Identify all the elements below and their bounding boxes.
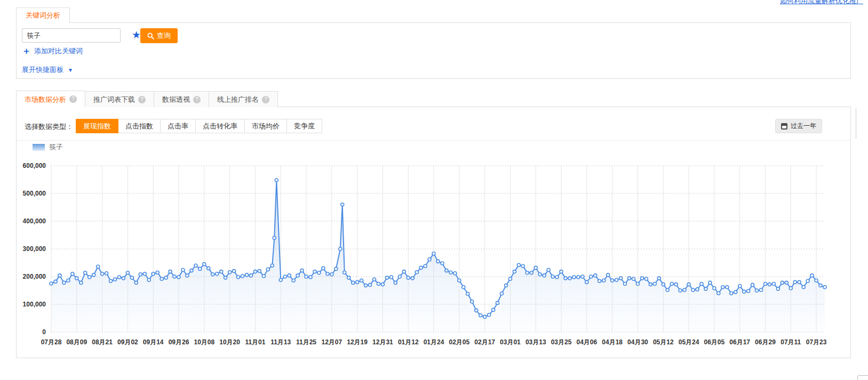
data-point-marker <box>505 284 508 287</box>
data-point-marker <box>768 283 771 286</box>
data-type-button-点击指数[interactable]: 点击指数 <box>118 119 161 133</box>
x-tick-label: 11月25 <box>296 338 316 346</box>
data-point-marker <box>500 292 504 295</box>
favorite-star-icon[interactable]: ★ <box>132 28 141 43</box>
x-tick-label: 03月25 <box>551 338 572 346</box>
data-point-marker <box>555 276 559 279</box>
data-point-marker <box>352 281 355 284</box>
data-point-marker <box>462 286 465 289</box>
data-point-marker <box>730 292 733 295</box>
keyword-input[interactable] <box>22 28 121 43</box>
data-point-marker <box>394 281 397 284</box>
tab-keyword-analysis[interactable]: 关键词分析 <box>16 7 70 23</box>
x-tick-label: 07月28 <box>41 338 62 346</box>
help-icon[interactable]: ? <box>193 96 201 103</box>
data-point-marker <box>335 267 338 270</box>
data-point-marker <box>704 287 707 290</box>
data-point-marker <box>134 281 138 284</box>
x-tick-label: 09月02 <box>117 338 138 346</box>
data-point-marker <box>211 273 214 276</box>
data-point-marker <box>139 273 142 276</box>
y-tick-label: 300,000 <box>23 245 46 253</box>
help-icon[interactable]: ? <box>138 96 146 103</box>
expand-quick-panel-link[interactable]: 展开快捷面板 ▼ <box>22 65 73 75</box>
tab-市场数据分析[interactable]: 市场数据分析? <box>16 91 85 107</box>
data-point-marker <box>649 283 652 286</box>
data-point-marker <box>341 203 344 206</box>
date-range-button[interactable]: 过去一年 <box>775 119 822 133</box>
data-point-marker <box>598 279 601 282</box>
data-point-marker <box>198 267 202 270</box>
date-range-label: 过去一年 <box>791 122 816 131</box>
data-point-marker <box>611 279 614 282</box>
data-point-marker <box>309 276 312 279</box>
data-point-marker <box>789 287 792 290</box>
data-point-marker <box>190 269 193 272</box>
data-type-button-group: 展现指数点击指数点击率点击转化率市场均价竞争度 <box>76 119 322 133</box>
data-type-button-竞争度[interactable]: 竞争度 <box>286 119 322 133</box>
query-button[interactable]: 查询 <box>140 28 178 43</box>
data-point-marker <box>564 277 567 280</box>
data-point-marker <box>560 270 563 273</box>
x-tick-label: 09月26 <box>169 338 189 346</box>
x-tick-label: 08月21 <box>92 338 113 346</box>
data-point-marker <box>534 266 537 269</box>
data-point-marker <box>88 276 91 279</box>
data-point-marker <box>415 271 418 274</box>
data-point-marker <box>296 274 299 277</box>
data-point-marker <box>471 300 474 303</box>
data-point-marker <box>776 287 779 290</box>
data-type-button-点击转化率[interactable]: 点击转化率 <box>195 119 245 133</box>
help-icon[interactable]: ? <box>262 96 269 103</box>
data-point-marker <box>130 276 133 279</box>
trend-line-chart: 07月2808月0908月2109月0209月1409月2610月0810月20… <box>17 133 851 352</box>
chevron-down-icon: ▼ <box>68 67 73 73</box>
tab-推广词表下载[interactable]: 推广词表下载? <box>85 91 154 107</box>
data-point-marker <box>186 274 189 277</box>
data-point-marker <box>530 271 533 274</box>
data-point-marker <box>488 313 491 317</box>
data-point-marker <box>432 252 435 255</box>
data-point-marker <box>726 286 729 289</box>
data-point-marker <box>275 179 278 182</box>
data-point-marker <box>237 276 240 279</box>
tab-数据透视[interactable]: 数据透视? <box>154 91 209 107</box>
x-tick-label: 06月29 <box>755 338 776 346</box>
tab-线上推广排名[interactable]: 线上推广排名? <box>209 91 278 107</box>
y-tick-label: 200,000 <box>23 273 46 280</box>
data-point-marker <box>644 277 648 280</box>
data-point-marker <box>708 281 712 284</box>
traffic-analysis-help-link[interactable]: 如何利用流量解析优化推广 <box>780 0 863 6</box>
data-point-marker <box>508 277 512 280</box>
x-tick-label: 09月14 <box>143 338 164 346</box>
data-point-marker <box>823 286 826 289</box>
data-point-marker <box>764 282 767 286</box>
data-type-button-市场均价[interactable]: 市场均价 <box>244 119 287 133</box>
data-point-marker <box>772 282 775 286</box>
data-point-marker <box>177 276 180 279</box>
data-point-marker <box>513 270 516 273</box>
help-icon[interactable]: ? <box>69 95 77 103</box>
add-compare-keyword-link[interactable]: ＋ 添加对比关键词 <box>22 46 83 56</box>
data-point-marker <box>313 270 316 273</box>
data-point-marker <box>590 275 593 278</box>
query-button-label: 查询 <box>157 31 171 41</box>
data-point-marker <box>687 283 690 286</box>
data-point-marker <box>292 279 295 282</box>
data-type-button-展现指数[interactable]: 展现指数 <box>76 119 118 133</box>
data-type-label: 选择数据类型： <box>25 122 73 132</box>
data-type-button-点击率[interactable]: 点击率 <box>160 119 196 133</box>
data-point-marker <box>339 247 342 250</box>
data-point-marker <box>492 308 495 311</box>
data-point-marker <box>619 277 623 280</box>
data-point-marker <box>317 271 321 274</box>
data-point-marker <box>713 287 716 290</box>
data-point-marker <box>143 272 146 276</box>
data-point-marker <box>207 266 210 270</box>
data-point-marker <box>760 288 763 292</box>
data-point-marker <box>585 280 588 284</box>
data-point-marker <box>798 280 801 284</box>
x-tick-label: 03月13 <box>525 338 546 346</box>
data-point-marker <box>594 274 597 277</box>
data-point-marker <box>411 277 414 280</box>
